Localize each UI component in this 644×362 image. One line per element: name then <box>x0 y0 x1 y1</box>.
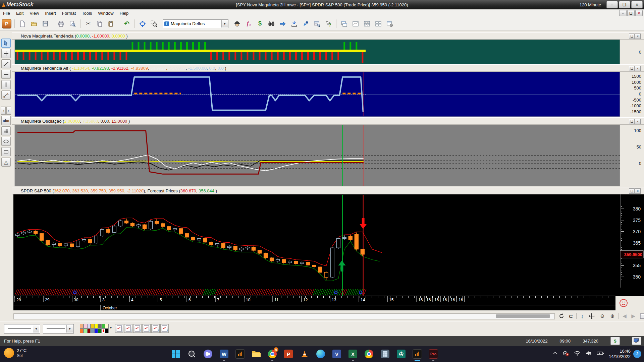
speaker-icon[interactable] <box>585 351 592 357</box>
quotes-window-button[interactable] <box>312 18 322 29</box>
tendencia-alt-chart[interactable]: 150010005000-500-1000-1500 <box>0 72 644 117</box>
oscilacao-chart[interactable]: 100500 <box>0 125 644 186</box>
zoom-out-button[interactable]: ⊖ <box>598 312 606 320</box>
menu-help[interactable]: Help <box>117 11 132 16</box>
chevron-down-icon[interactable]: ▼ <box>66 325 73 333</box>
tendencia-chart[interactable]: 0 <box>0 40 644 64</box>
cut-button[interactable]: ✂ <box>83 18 94 29</box>
system-tester-button[interactable]: $ <box>255 18 265 29</box>
color-swatch[interactable] <box>84 324 87 328</box>
taskbar-app-excel[interactable]: X <box>346 347 360 361</box>
menu-edit[interactable]: Edit <box>13 11 26 16</box>
fit-vertical-button[interactable]: ↕ <box>578 312 586 320</box>
taskbar-app-edge[interactable] <box>314 347 327 361</box>
template-button-3[interactable]: 3 <box>133 324 142 333</box>
zoom-in-button[interactable]: ⊕ <box>608 312 616 320</box>
zoom-select-button[interactable] <box>149 18 159 29</box>
panel-close-button[interactable]: × <box>635 66 641 71</box>
color-swatch[interactable] <box>102 328 105 333</box>
palette-more-icon[interactable]: ▼ <box>109 326 112 329</box>
properties-button[interactable] <box>639 312 644 320</box>
crosshair-button[interactable] <box>137 18 148 29</box>
window-options-button[interactable] <box>384 18 395 29</box>
menu-format[interactable]: Format <box>59 11 79 16</box>
taskbar-app-powerpoint[interactable]: P <box>282 347 295 361</box>
explorer-button[interactable] <box>232 18 243 29</box>
color-swatch[interactable] <box>105 324 109 328</box>
panel-close-button[interactable]: × <box>635 119 641 124</box>
price-chart[interactable]: ΩΩΩ28293034567101112131415161616161616Oc… <box>0 194 644 311</box>
close-button[interactable]: × <box>631 1 643 8</box>
online-status-button[interactable] <box>632 337 641 345</box>
taskbar-app-search[interactable] <box>185 347 199 361</box>
taskbar-app-calculator[interactable] <box>378 347 392 361</box>
new-button[interactable] <box>17 18 28 29</box>
power-console-button[interactable]: P <box>1 18 12 29</box>
menu-insert[interactable]: Insert <box>42 11 59 16</box>
child-restore-button[interactable]: ❑ <box>627 10 635 16</box>
wifi-icon[interactable] <box>574 351 581 357</box>
scanner-button[interactable] <box>266 18 277 29</box>
next-chart-button[interactable]: ▶ <box>629 312 637 320</box>
indicator-builder-button[interactable]: ƒx <box>243 18 254 29</box>
color-swatch[interactable] <box>87 328 91 333</box>
chart-tool-button[interactable] <box>300 18 311 29</box>
prev-chart-button[interactable]: ◀ <box>621 312 629 320</box>
restore-button[interactable]: ❑ <box>619 1 630 8</box>
taskbar-app-metastock[interactable] <box>233 347 247 361</box>
forecaster-button[interactable] <box>277 18 288 29</box>
tile-horizontal-button[interactable] <box>362 18 372 29</box>
menu-window[interactable]: Window <box>95 11 116 16</box>
taskbar-app-explorer[interactable] <box>250 347 263 361</box>
cascade-windows-button[interactable] <box>339 18 350 29</box>
sad-face-icon[interactable] <box>619 298 629 308</box>
menu-tools[interactable]: Tools <box>79 11 95 16</box>
color-swatch[interactable] <box>94 324 98 328</box>
save-button[interactable] <box>40 18 51 29</box>
downloader-button[interactable] <box>289 18 300 29</box>
open-button[interactable] <box>29 18 39 29</box>
tile-grid-button[interactable] <box>373 18 384 29</box>
taskbar-app-word[interactable]: W <box>217 347 231 361</box>
panel-restore-button[interactable]: ❑ <box>629 66 635 71</box>
taskbar-app-metastock-active[interactable] <box>411 347 424 361</box>
panel-restore-button[interactable]: ❑ <box>629 34 635 39</box>
template-button-6[interactable]: 6 <box>160 324 169 333</box>
color-swatch[interactable] <box>105 328 109 333</box>
dollar-status-button[interactable]: $ <box>610 337 620 345</box>
print-preview-button[interactable] <box>67 18 78 29</box>
tray-expand-icon[interactable] <box>552 351 558 357</box>
color-swatch[interactable] <box>87 324 91 328</box>
layout-combobox[interactable]: f Maquineta Delfos ▼ <box>163 19 228 28</box>
child-close-button[interactable]: × <box>635 10 643 16</box>
taskbar-app-chess[interactable]: ♔ <box>394 347 408 361</box>
taskbar-app-vlc[interactable] <box>298 347 311 361</box>
panel-close-button[interactable]: × <box>635 34 641 39</box>
minimize-button[interactable]: – <box>606 1 618 8</box>
taskbar-app-pro[interactable]: Pro <box>427 347 440 361</box>
color-swatch[interactable] <box>94 328 98 333</box>
color-swatch[interactable] <box>80 324 84 328</box>
panel-close-button[interactable]: × <box>635 188 641 194</box>
color-swatch[interactable] <box>91 324 94 328</box>
print-button[interactable] <box>56 18 66 29</box>
menu-view[interactable]: View <box>26 11 42 16</box>
template-button-5[interactable]: 5 <box>151 324 160 333</box>
color-swatch[interactable] <box>102 324 105 328</box>
color-swatch[interactable] <box>84 328 87 333</box>
color-swatch[interactable] <box>80 328 84 333</box>
taskbar-app-chrome[interactable]: N <box>266 347 279 361</box>
chevron-down-icon[interactable]: ▼ <box>33 325 39 333</box>
tile-chart-button[interactable] <box>350 18 361 29</box>
taskbar-app-chat[interactable] <box>201 347 215 361</box>
undo-button[interactable]: ↶ <box>121 18 132 29</box>
pan-button[interactable] <box>588 312 596 320</box>
notification-badge[interactable]: 2 <box>633 350 641 358</box>
child-minimize-button[interactable]: – <box>619 10 627 16</box>
taskbar-clock[interactable]: 16:46 14/10/2022 <box>609 349 631 359</box>
horizontal-scrollbar[interactable] <box>13 313 555 319</box>
taskbar-app-chrome2[interactable] <box>362 347 376 361</box>
scrollbar-thumb[interactable] <box>496 314 550 318</box>
color-swatch[interactable] <box>98 324 102 328</box>
text-tool-button[interactable]: abc <box>1 116 11 125</box>
